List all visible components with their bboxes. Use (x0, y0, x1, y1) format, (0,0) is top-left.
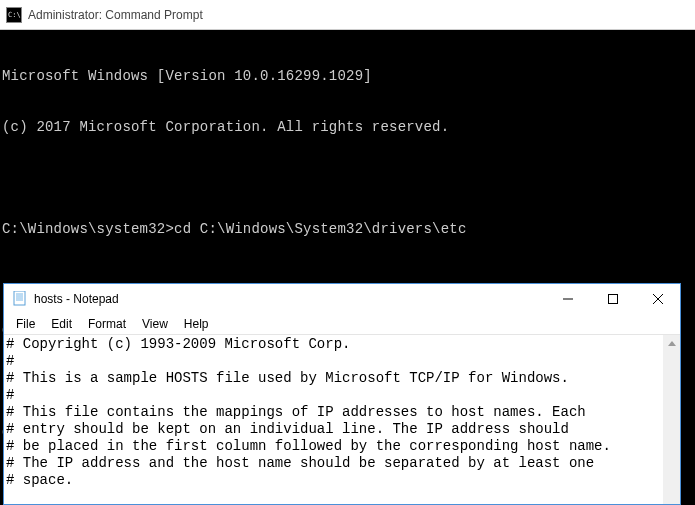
close-button[interactable] (635, 284, 680, 314)
menu-file[interactable]: File (8, 316, 43, 332)
notepad-title: hosts - Notepad (34, 292, 119, 306)
cmd-icon (6, 7, 22, 23)
menu-view[interactable]: View (134, 316, 176, 332)
notepad-titlebar[interactable]: hosts - Notepad (4, 284, 680, 314)
svg-rect-6 (608, 295, 617, 304)
notepad-window: hosts - Notepad File Edit Format View He… (3, 283, 681, 505)
menu-format[interactable]: Format (80, 316, 134, 332)
scroll-up-arrow-icon[interactable] (663, 335, 680, 352)
menu-edit[interactable]: Edit (43, 316, 80, 332)
cmd-titlebar[interactable]: Administrator: Command Prompt (0, 0, 695, 30)
minimize-button[interactable] (545, 284, 590, 314)
menu-help[interactable]: Help (176, 316, 217, 332)
maximize-button[interactable] (590, 284, 635, 314)
notepad-editor-area: # Copyright (c) 1993-2009 Microsoft Corp… (4, 334, 680, 504)
cmd-output-line: Microsoft Windows [Version 10.0.16299.10… (2, 68, 693, 85)
cmd-title: Administrator: Command Prompt (28, 8, 203, 22)
notepad-icon (12, 291, 28, 307)
cmd-output-line: (c) 2017 Microsoft Corporation. All righ… (2, 119, 693, 136)
notepad-menubar: File Edit Format View Help (4, 314, 680, 334)
notepad-text-content[interactable]: # Copyright (c) 1993-2009 Microsoft Corp… (4, 335, 663, 504)
vertical-scrollbar[interactable] (663, 335, 680, 504)
cmd-prompt-line: C:\Windows\system32>cd C:\Windows\System… (2, 221, 693, 238)
